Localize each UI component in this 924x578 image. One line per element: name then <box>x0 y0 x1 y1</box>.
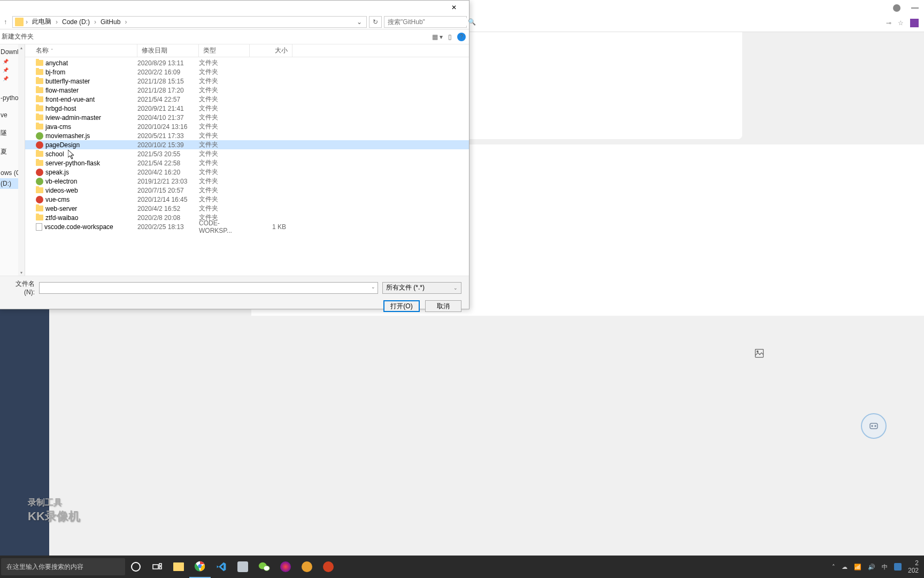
file-row[interactable]: school2021/5/3 20:55文件夹 <box>25 149 469 158</box>
explorer-icon[interactable] <box>168 556 189 578</box>
new-folder-button[interactable]: 新建文件夹 <box>2 32 34 41</box>
dialog-toolbar: 新建文件夹 ▦ ▾ ▯ ? <box>0 29 469 44</box>
file-row[interactable]: anychat2020/8/29 13:11文件夹 <box>25 58 469 67</box>
preview-pane-button[interactable]: ▯ <box>448 33 452 41</box>
red-icon <box>36 141 43 149</box>
filename-label: 文件名(N): <box>6 279 35 296</box>
scroll-up-icon[interactable]: ▴ <box>18 44 25 51</box>
chevron-down-icon[interactable]: ⌄ <box>371 284 375 290</box>
system-tray: ˄ ☁ 📶 🔊 中 2202 <box>832 559 924 574</box>
help-icon[interactable]: ? <box>457 33 466 41</box>
file-row[interactable]: speak.js2020/4/2 16:20文件夹 <box>25 168 469 177</box>
breadcrumb-drive[interactable]: Code (D:) <box>60 18 92 26</box>
list-header: 名称 ˄ 修改日期 类型 大小 <box>25 44 469 57</box>
wifi-icon[interactable]: 📶 <box>854 564 861 571</box>
cloud-icon[interactable]: ☁ <box>842 564 848 571</box>
file-row[interactable]: vb-electron2019/12/21 23:03文件夹 <box>25 177 469 186</box>
pin-icon: 📌 <box>3 67 9 73</box>
key-icon[interactable]: ⊸ <box>886 19 891 27</box>
chevron-down-icon[interactable]: ⌄ <box>357 18 364 26</box>
file-name: iview-admin-master <box>45 114 101 121</box>
file-row[interactable]: butterfly-master2021/1/28 15:15文件夹 <box>25 77 469 86</box>
file-row[interactable]: java-cms2020/10/24 13:16文件夹 <box>25 122 469 131</box>
file-row[interactable]: web-server2020/4/2 16:52文件夹 <box>25 204 469 213</box>
volume-icon[interactable]: 🔊 <box>868 564 875 571</box>
chrome-icon[interactable] <box>189 556 211 578</box>
tray-app-icon[interactable] <box>894 563 902 571</box>
dialog-nav-bar: ↑ › 此电脑 › Code (D:) › GitHub › ⌄ ↻ 🔍 <box>0 14 469 29</box>
file-type: 文件夹 <box>199 67 250 77</box>
sidebar-scrollbar[interactable]: ▴ ▾ <box>18 44 25 276</box>
view-options-button[interactable]: ▦ ▾ <box>432 33 443 41</box>
user-avatar-icon[interactable] <box>893 4 900 12</box>
col-header-date[interactable]: 修改日期 <box>137 44 199 57</box>
col-header-type[interactable]: 类型 <box>199 44 250 57</box>
file-row[interactable]: pageDesign2020/10/2 15:39文件夹 <box>25 140 469 149</box>
file-row[interactable]: moviemasher.js2020/5/21 17:33文件夹 <box>25 131 469 140</box>
breadcrumb-pc[interactable]: 此电脑 <box>30 17 53 26</box>
file-name: school <box>45 150 64 158</box>
file-row[interactable]: iview-admin-master2020/4/10 21:37文件夹 <box>25 113 469 122</box>
nav-up-icon[interactable]: ↑ <box>1 17 10 27</box>
star-icon[interactable]: ☆ <box>898 19 904 27</box>
search-field[interactable] <box>388 18 468 26</box>
filename-input[interactable]: ⌄ <box>39 282 378 294</box>
green-icon <box>36 132 43 140</box>
folder-icon <box>36 78 43 84</box>
file-filter-select[interactable]: 所有文件 (*.*) ⌄ <box>382 282 461 294</box>
app-icon-4[interactable] <box>318 556 339 578</box>
file-date: 2020/2/8 20:08 <box>137 214 199 222</box>
file-date: 2019/12/21 23:03 <box>137 178 199 185</box>
wechat-icon[interactable] <box>253 556 275 578</box>
file-row[interactable]: videos-web2020/7/15 20:57文件夹 <box>25 186 469 195</box>
file-type: 文件夹 <box>199 168 250 177</box>
file-date: 2021/5/4 22:58 <box>137 159 199 167</box>
file-date: 2020/4/2 16:20 <box>137 169 199 176</box>
file-name: anychat <box>45 59 68 67</box>
file-open-dialog: ✕ ↑ › 此电脑 › Code (D:) › GitHub › ⌄ ↻ 🔍 新… <box>0 0 469 309</box>
file-row[interactable]: vue-cms2020/12/14 16:45文件夹 <box>25 195 469 204</box>
file-row[interactable]: bj-from2020/2/2 16:09文件夹 <box>25 67 469 77</box>
file-row[interactable]: server-python-flask2021/5/4 22:58文件夹 <box>25 158 469 168</box>
sidebar-label: 夏 <box>1 147 7 156</box>
search-icon[interactable]: 🔍 <box>468 18 476 26</box>
breadcrumb-folder[interactable]: GitHub <box>98 18 122 26</box>
file-row[interactable]: hrbgd-host2020/9/21 21:41文件夹 <box>25 104 469 113</box>
col-header-name[interactable]: 名称 ˄ <box>25 44 137 57</box>
refresh-button[interactable]: ↻ <box>369 16 382 28</box>
cortana-icon[interactable] <box>125 556 147 578</box>
file-row[interactable]: front-end-vue-ant2021/5/4 22:57文件夹 <box>25 95 469 104</box>
file-name: vue-cms <box>45 196 70 203</box>
file-date: 2020/4/10 21:37 <box>137 114 199 121</box>
ime-indicator[interactable]: 中 <box>882 563 888 571</box>
search-input[interactable]: 🔍 <box>384 16 467 28</box>
col-header-size[interactable]: 大小 <box>250 44 292 57</box>
file-name: front-end-vue-ant <box>45 96 95 103</box>
file-date: 2021/1/28 15:15 <box>137 78 199 85</box>
folder-icon <box>36 105 43 111</box>
file-type: 文件夹 <box>199 149 250 158</box>
breadcrumb[interactable]: › 此电脑 › Code (D:) › GitHub › ⌄ <box>12 16 367 28</box>
chat-assistant-button[interactable] <box>861 413 887 439</box>
close-button[interactable]: ✕ <box>443 2 465 13</box>
folder-icon <box>36 124 43 130</box>
file-name: java-cms <box>45 123 71 131</box>
file-row[interactable]: flow-master2021/1/28 17:20文件夹 <box>25 86 469 95</box>
taskview-icon[interactable] <box>147 556 168 578</box>
app-icon-2[interactable] <box>275 556 296 578</box>
file-row[interactable]: vscode.code-workspace2020/2/25 18:13CODE… <box>25 222 469 231</box>
extension-icon[interactable] <box>910 19 919 27</box>
app-icon-1[interactable] <box>232 556 253 578</box>
clock[interactable]: 2202 <box>908 559 919 574</box>
scroll-down-icon[interactable]: ▾ <box>18 269 25 276</box>
open-button[interactable]: 打开(O) <box>383 300 420 312</box>
search-placeholder: 在这里输入你要搜索的内容 <box>6 562 83 572</box>
vscode-icon[interactable] <box>211 556 232 578</box>
file-name: videos-web <box>45 187 78 194</box>
app-icon-3[interactable] <box>296 556 318 578</box>
tray-chevron-up-icon[interactable]: ˄ <box>832 564 835 571</box>
cancel-button[interactable]: 取消 <box>425 300 461 312</box>
taskbar-search[interactable]: 在这里输入你要搜索的内容 <box>1 558 125 575</box>
minimize-icon[interactable] <box>911 7 919 9</box>
svg-rect-7 <box>159 567 161 569</box>
